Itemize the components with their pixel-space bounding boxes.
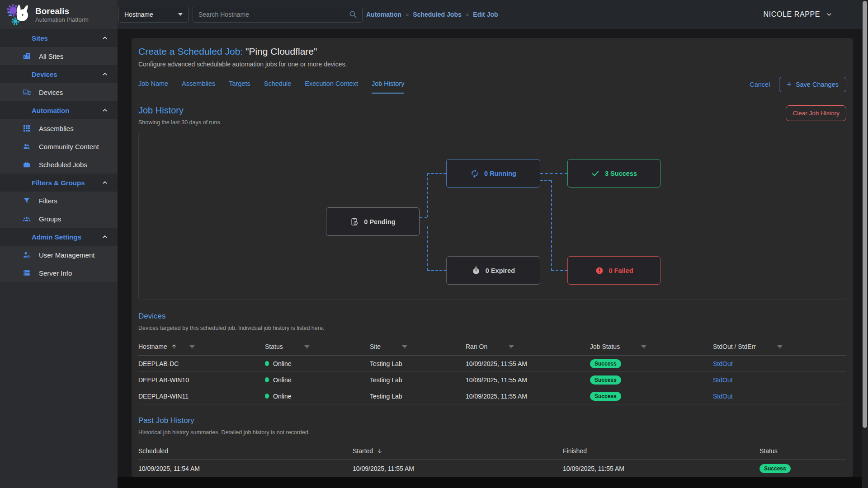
failed-count-label: 0 Failed	[609, 267, 633, 274]
column-label: Scheduled	[138, 447, 168, 455]
save-changes-button[interactable]: + Save Changes	[779, 77, 846, 92]
breadcrumb-scheduled-jobs[interactable]: Scheduled Jobs	[413, 11, 461, 18]
stdout-cell: StdOut	[713, 376, 846, 384]
stdout-cell: StdOut	[713, 360, 846, 367]
sidebar-item-server-info[interactable]: Server Info	[0, 264, 118, 282]
main-column: Hostname Automation > Scheduled Jobs > E…	[118, 0, 868, 488]
filter-icon[interactable]	[641, 343, 647, 350]
sidebar-item-scheduled-jobs[interactable]: Scheduled Jobs	[0, 155, 118, 174]
column-header-finished[interactable]: Finished	[563, 447, 760, 455]
sidebar-item-groups[interactable]: Groups	[0, 210, 118, 228]
tab-targets[interactable]: Targets	[229, 80, 250, 94]
column-header-started[interactable]: Started	[353, 447, 563, 455]
job-status-cell: Success	[590, 392, 713, 401]
success-badge: Success	[590, 359, 621, 368]
page-title: Create a Scheduled Job: "Ping Cloudflare…	[138, 45, 846, 57]
building-icon	[23, 52, 31, 60]
filter-icon[interactable]	[777, 343, 783, 350]
hostname-cell: DEEPLAB-DC	[138, 360, 265, 367]
sidebar-item-assemblies[interactable]: Assemblies	[0, 119, 118, 137]
breadcrumb-separator: >	[466, 11, 469, 18]
bottom-strip	[118, 477, 868, 488]
stdout-link[interactable]: StdOut	[713, 360, 733, 367]
page-title-prefix: Create a Scheduled Job:	[138, 46, 243, 56]
sidebar-section-automation[interactable]: Automation	[0, 101, 118, 119]
sidebar-section-label: Devices	[32, 70, 101, 78]
tab-assemblies[interactable]: Assemblies	[182, 80, 215, 94]
sidebar-item-label: All Sites	[39, 52, 63, 60]
column-header-stdout-stderr[interactable]: StdOut / StdErr	[713, 343, 846, 350]
chevron-up-icon	[101, 70, 108, 78]
sidebar-item-all-sites[interactable]: All Sites	[0, 47, 118, 65]
started-cell: 10/09/2025, 11:55 AM	[353, 465, 563, 472]
devices-icon	[23, 88, 31, 96]
breadcrumb-separator: >	[406, 11, 409, 18]
status-cell: Online	[265, 376, 370, 384]
search-input[interactable]	[198, 11, 349, 18]
sidebar-section-filters-groups[interactable]: Filters & Groups	[0, 174, 118, 192]
clear-job-history-button[interactable]: Clear Job History	[786, 105, 846, 121]
edit-job-card: Create a Scheduled Job: "Ping Cloudflare…	[132, 38, 853, 477]
success-badge: Success	[590, 375, 621, 385]
column-header-ran-on[interactable]: Ran On	[466, 343, 590, 350]
stdout-link[interactable]: StdOut	[713, 376, 733, 384]
brand-name: Borealis	[35, 6, 89, 16]
sidebar-item-community-content[interactable]: Community Content	[0, 137, 118, 155]
sidebar-section-devices[interactable]: Devices	[0, 65, 118, 83]
expired-status-box: 0 Expired	[446, 256, 540, 285]
expired-timer-icon	[472, 266, 481, 275]
hostname-cell: DEEPLAB-WIN10	[138, 376, 265, 384]
column-header-scheduled[interactable]: Scheduled	[138, 447, 353, 455]
tab-actions: Cancel + Save Changes	[750, 77, 846, 97]
past-job-history-subheading: Historical job history summaries. Detail…	[138, 429, 846, 436]
chevron-down-icon	[826, 11, 833, 18]
filter-icon[interactable]	[189, 343, 195, 350]
running-sync-icon	[470, 169, 479, 178]
tab-job-name[interactable]: Job Name	[138, 80, 168, 94]
filter-icon[interactable]	[304, 343, 310, 350]
job-status-cell: Success	[590, 359, 713, 368]
filter-icon[interactable]	[401, 343, 408, 350]
sidebar-item-label: User Management	[39, 251, 94, 259]
sidebar-item-user-management[interactable]: User Management	[0, 246, 118, 264]
column-header-job-status[interactable]: Job Status	[590, 343, 713, 350]
sidebar-item-label: Server Info	[39, 269, 72, 277]
status-cell: Online	[265, 360, 370, 367]
filter-icon[interactable]	[508, 343, 514, 350]
sidebar-section-sites[interactable]: Sites	[0, 29, 118, 47]
flow-connector	[427, 173, 446, 174]
groups-icon	[23, 215, 31, 223]
scrollbar-thumb[interactable]	[863, 1, 867, 428]
stdout-link[interactable]: StdOut	[713, 393, 733, 400]
breadcrumb-edit-job[interactable]: Edit Job	[473, 11, 498, 18]
running-status-box: 0 Running	[446, 159, 540, 188]
sidebar-filler	[0, 282, 118, 488]
sidebar-item-devices[interactable]: Devices	[0, 83, 118, 101]
column-label: Ran On	[466, 343, 487, 350]
column-header-status[interactable]: Status	[760, 447, 846, 455]
column-header-status[interactable]: Status	[265, 343, 370, 350]
breadcrumb-automation[interactable]: Automation	[366, 11, 401, 18]
sidebar-section-admin-settings[interactable]: Admin Settings	[0, 228, 118, 246]
hostname-cell: DEEPLAB-WIN11	[138, 393, 265, 400]
column-header-site[interactable]: Site	[370, 343, 466, 350]
page-scrollbar	[862, 0, 868, 488]
column-header-hostname[interactable]: Hostname	[138, 343, 265, 350]
past-job-row: 10/09/2025, 11:54 AM 10/09/2025, 11:55 A…	[138, 460, 846, 477]
page-subtitle: Configure advanced schedulable automatio…	[138, 61, 846, 68]
cancel-button[interactable]: Cancel	[750, 81, 770, 88]
plus-icon: +	[787, 81, 792, 88]
tab-execution-context[interactable]: Execution Context	[305, 80, 358, 94]
hostname-select[interactable]: Hostname	[118, 7, 189, 23]
content-area: Create a Scheduled Job: "Ping Cloudflare…	[118, 29, 868, 477]
search-icon[interactable]	[349, 10, 358, 19]
tab-schedule[interactable]: Schedule	[264, 80, 291, 94]
finished-cell: 10/09/2025, 11:55 AM	[563, 465, 760, 472]
sidebar-item-filters[interactable]: Filters	[0, 192, 118, 210]
failed-status-box: 0 Failed	[567, 256, 660, 285]
user-menu[interactable]: NICOLE RAPPE	[764, 10, 833, 19]
sidebar-item-label: Community Content	[39, 143, 99, 150]
flow-connector	[427, 270, 446, 271]
tab-job-history[interactable]: Job History	[372, 80, 405, 94]
page-title-job-name: "Ping Cloudflare"	[243, 46, 317, 56]
